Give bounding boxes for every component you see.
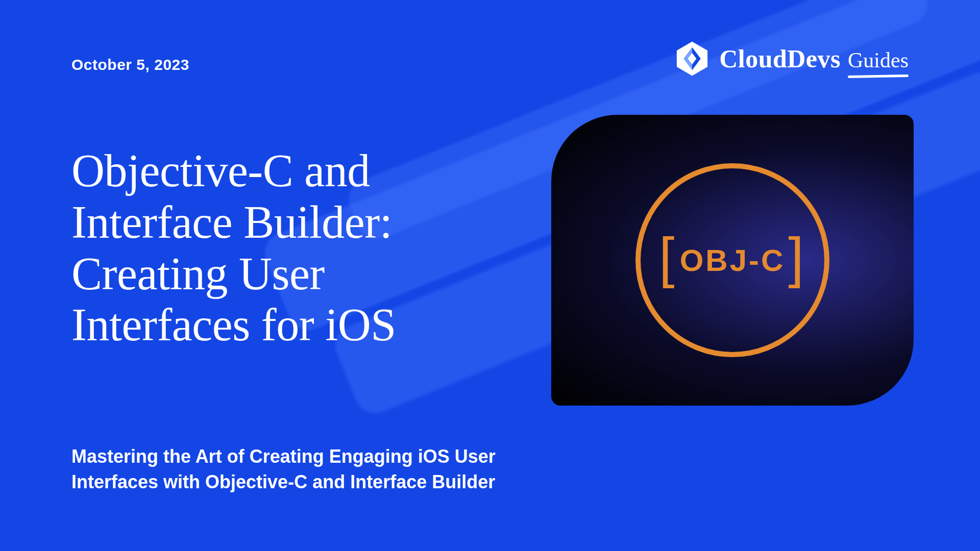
objc-circle-icon: [ OBJ-C ] <box>635 163 829 357</box>
objc-label: [ OBJ-C ] <box>659 243 806 278</box>
brand-logo: CloudDevs Guides <box>674 41 909 77</box>
objc-text: OBJ-C <box>680 243 786 278</box>
brand-logo-text: CloudDevs Guides <box>719 44 909 73</box>
svg-marker-0 <box>677 41 707 76</box>
brand-name: CloudDevs <box>719 44 841 73</box>
page-title: Objective-C and Interface Builder: Creat… <box>71 145 500 351</box>
page-subtitle: Mastering the Art of Creating Engaging i… <box>71 444 551 495</box>
clouddevs-logo-icon <box>674 41 710 77</box>
bracket-right-icon: ] <box>788 240 806 274</box>
bracket-left-icon: [ <box>659 240 677 274</box>
brand-sublabel: Guides <box>848 48 909 72</box>
objc-badge-card: [ OBJ-C ] <box>551 115 914 406</box>
publish-date: October 5, 2023 <box>71 56 189 73</box>
